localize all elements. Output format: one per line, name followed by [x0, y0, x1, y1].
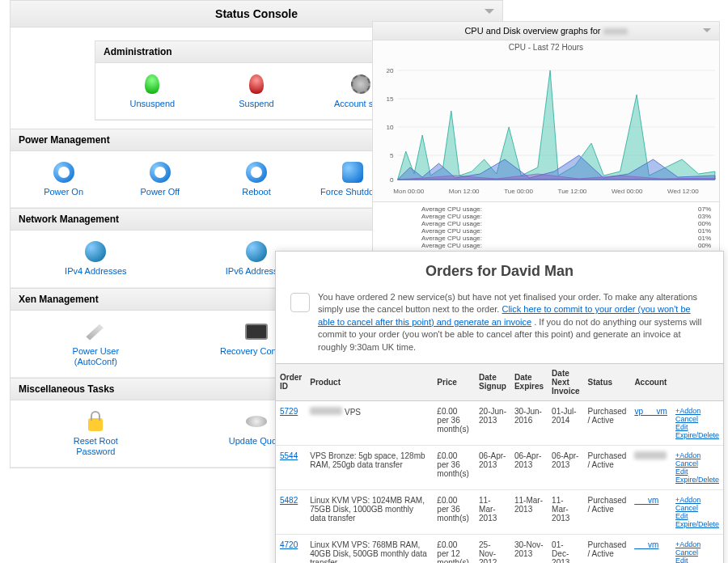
order-account: vp___vm — [630, 400, 671, 445]
order-action-cancel[interactable]: Cancel — [675, 548, 719, 557]
orders-header: Order ID — [276, 364, 306, 401]
order-actions: +AddonCancelEditExpire/Delete — [671, 489, 723, 534]
order-action-edit[interactable]: Edit — [675, 557, 719, 563]
order-expires: 11-Mar-2013 — [510, 489, 548, 534]
svg-text:10: 10 — [386, 124, 394, 131]
order-row: 5482 Linux KVM VPS: 1024MB RAM, 75GB Dis… — [276, 489, 723, 534]
account-link[interactable]: ___vm — [634, 496, 658, 505]
order-price: £0.00 per 36 month(s) — [433, 445, 475, 489]
x-tick: Wed 00:00 — [612, 188, 643, 195]
order-account: ___vm — [630, 489, 671, 534]
cpu-x-axis: Mon 00:00Mon 12:00Tue 00:00Tue 12:00Wed … — [373, 186, 719, 197]
unsuspend-label: Unsuspend — [130, 99, 176, 109]
order-action-edit[interactable]: Edit — [675, 512, 719, 520]
orders-header: Status — [584, 364, 631, 401]
suspend-label: Suspend — [239, 99, 273, 109]
order-action-cancel[interactable]: Cancel — [675, 459, 719, 468]
order-actions: +AddonCancelEditExpire/Delete — [671, 445, 723, 489]
terminal-icon — [245, 320, 268, 343]
chevron-down-icon[interactable] — [703, 28, 711, 32]
order-price: £0.00 per 36 month(s) — [433, 489, 475, 534]
order-action-expiredelete[interactable]: Expire/Delete — [675, 476, 719, 484]
order-action-addon[interactable]: +Addon — [675, 496, 719, 504]
order-id-link[interactable]: 5482 — [280, 496, 298, 505]
orders-table: Order IDProductPriceDate SignupDate Expi… — [276, 364, 723, 563]
order-next-invoice: 06-Apr-2013 — [548, 445, 583, 489]
legend-row: Average CPU usage:01% — [421, 227, 711, 235]
order-id-link[interactable]: 5544 — [280, 451, 298, 460]
suspend-button[interactable]: Suspend — [216, 73, 297, 109]
order-action-cancel[interactable]: Cancel — [675, 415, 719, 423]
order-action-edit[interactable]: Edit — [675, 423, 719, 431]
order-account: ___vm — [630, 534, 671, 563]
reset-root-password-label: Reset Root Password — [55, 436, 136, 457]
order-status: Purchased / Active — [584, 489, 631, 534]
x-tick: Wed 12:00 — [667, 188, 699, 195]
status-console-title: Status Console — [215, 7, 298, 20]
sq-btn-icon — [341, 161, 364, 184]
account-link[interactable]: ___vm — [634, 540, 658, 549]
order-id-link[interactable]: 4720 — [280, 540, 298, 549]
bulb-red-icon — [245, 73, 268, 95]
cpu-graph-title: CPU - Last 72 Hours — [373, 40, 719, 54]
disk-icon — [245, 410, 268, 433]
svg-text:5: 5 — [390, 152, 394, 159]
power-off-label: Power Off — [140, 187, 180, 197]
lock-icon — [84, 410, 107, 433]
orders-panel: Orders for David Man You have ordered 2 … — [275, 251, 724, 563]
power-on-label: Power On — [44, 187, 83, 197]
order-action-addon[interactable]: +Addon — [675, 407, 719, 415]
ipv4-addresses-button[interactable]: IPv4 Addresses — [55, 240, 136, 277]
x-tick: Mon 00:00 — [393, 188, 424, 195]
order-action-addon[interactable]: +Addon — [675, 540, 719, 548]
order-price: £0.00 per 12 month(s) — [433, 534, 475, 563]
order-id-link[interactable]: 5729 — [280, 407, 298, 416]
reboot-button[interactable]: Reboot — [216, 161, 297, 197]
orders-header: Product — [306, 364, 433, 401]
chevron-down-icon[interactable] — [485, 9, 494, 14]
order-status: Purchased / Active — [584, 534, 631, 563]
order-product: VPS — [306, 400, 433, 445]
order-next-invoice: 11-Mar-2013 — [548, 489, 583, 534]
order-row: 4720 Linux KVM VPS: 768MB RAM, 40GB Disk… — [276, 534, 723, 563]
order-product: VPS Bronze: 5gb space, 128mb RAM, 250gb … — [306, 445, 433, 489]
order-expires: 30-Jun-2016 — [510, 400, 548, 445]
account-link[interactable]: vp___vm — [634, 407, 667, 416]
order-row: 5729 VPS £0.00 per 36 month(s) 20-Jun-20… — [276, 400, 723, 445]
orders-header: Date Next Invoice — [548, 364, 583, 401]
orders-header: Date Expires — [510, 364, 548, 401]
legend-row: Average CPU usage:07% — [421, 205, 711, 213]
account-blur — [634, 451, 667, 459]
power-user-label: Power User (AutoConf) — [55, 346, 136, 367]
svg-text:0: 0 — [390, 176, 394, 184]
legend-row: Average CPU usage:00% — [421, 242, 711, 249]
order-next-invoice: 01-Jul-2014 — [548, 400, 583, 445]
orders-header: Price — [433, 364, 475, 401]
power-on-button[interactable]: Power On — [23, 161, 104, 197]
power-user-button[interactable]: Power User (AutoConf) — [55, 320, 136, 367]
order-signup: 20-Jun-2013 — [475, 400, 510, 445]
order-action-edit[interactable]: Edit — [675, 468, 719, 476]
order-action-addon[interactable]: +Addon — [675, 451, 719, 459]
order-expires: 30-Nov-2013 — [510, 534, 548, 563]
order-signup: 06-Apr-2013 — [475, 445, 510, 489]
power-off-button[interactable]: Power Off — [120, 161, 201, 197]
administration-title: Administration — [95, 41, 417, 63]
order-signup: 25-Nov-2012 — [475, 534, 510, 563]
order-action-expiredelete[interactable]: Expire/Delete — [675, 520, 719, 528]
graph-header: CPU and Disk overview graphs for — [373, 22, 719, 40]
wand-icon — [84, 320, 107, 343]
circ-btn-icon — [149, 161, 171, 184]
administration-box: Administration Unsuspend Suspend Account… — [95, 40, 418, 121]
order-status: Purchased / Active — [584, 445, 631, 489]
order-action-cancel[interactable]: Cancel — [675, 504, 719, 512]
reset-root-password-button[interactable]: Reset Root Password — [55, 410, 136, 457]
orders-notice: You have ordered 2 new service(s) but ha… — [276, 291, 723, 364]
order-next-invoice: 01-Dec-2013 — [548, 534, 583, 563]
product-blur — [310, 407, 342, 415]
cpu-graph-area: CPU - Last 72 Hours 20 15 10 5 0 Mon 00:… — [373, 40, 719, 202]
x-tick: Tue 12:00 — [558, 188, 587, 195]
circ-btn-icon — [53, 161, 75, 184]
order-action-expiredelete[interactable]: Expire/Delete — [675, 431, 719, 439]
unsuspend-button[interactable]: Unsuspend — [112, 73, 193, 109]
